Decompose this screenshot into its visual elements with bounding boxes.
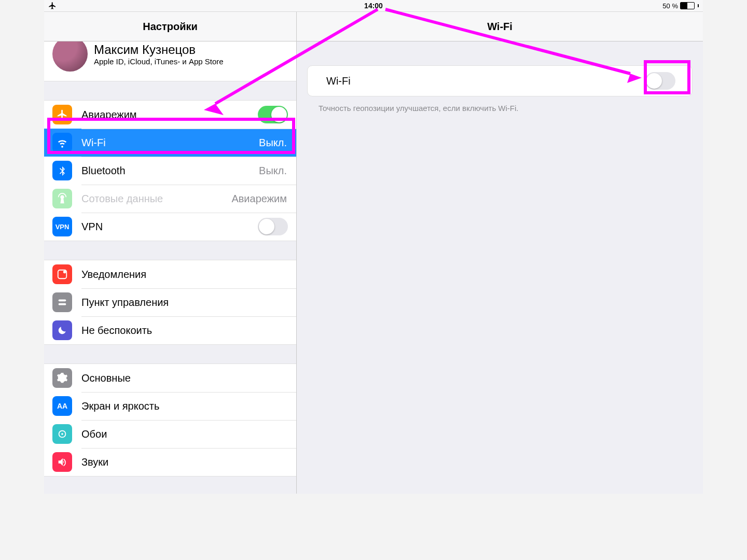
wifi-toggle-row[interactable]: Wi-Fi bbox=[307, 65, 693, 96]
sidebar-item-label: Уведомления bbox=[81, 269, 296, 281]
vpn-icon: VPN bbox=[52, 217, 72, 236]
sidebar-group-notifications: Уведомления Пункт управления Не беспокои… bbox=[44, 260, 296, 345]
svg-point-1 bbox=[63, 271, 66, 274]
sidebar-item-airplane[interactable]: Авиарежим bbox=[44, 101, 296, 129]
cellular-icon bbox=[52, 189, 72, 208]
control-center-icon bbox=[52, 292, 72, 312]
sidebar-item-wifi[interactable]: Wi-Fi Выкл. bbox=[44, 129, 296, 157]
svg-point-5 bbox=[61, 433, 63, 435]
sidebar-item-control-center[interactable]: Пункт управления bbox=[44, 288, 296, 316]
sidebar-item-display[interactable]: AA Экран и яркость bbox=[44, 392, 296, 420]
account-subtitle: Apple ID, iCloud, iTunes- и App Store bbox=[94, 57, 224, 66]
sidebar-item-label: Пункт управления bbox=[81, 297, 296, 309]
battery-text: 50 % bbox=[662, 2, 678, 10]
sidebar-titlebar: Настройки bbox=[44, 12, 296, 41]
airplane-icon bbox=[48, 2, 57, 10]
bluetooth-icon bbox=[52, 161, 72, 180]
sidebar-item-label: Экран и яркость bbox=[81, 400, 296, 412]
avatar bbox=[52, 41, 88, 72]
sidebar-item-label: Звуки bbox=[81, 456, 296, 468]
wallpaper-icon bbox=[52, 424, 72, 444]
sidebar-item-value: Выкл. bbox=[259, 165, 287, 177]
sidebar-item-label: VPN bbox=[81, 221, 258, 233]
battery-icon bbox=[680, 2, 695, 9]
sidebar-item-cellular[interactable]: Сотовые данные Авиарежим bbox=[44, 185, 296, 213]
sidebar-item-notifications[interactable]: Уведомления bbox=[44, 260, 296, 288]
sidebar-title: Настройки bbox=[143, 21, 198, 33]
sidebar-item-sounds[interactable]: Звуки bbox=[44, 448, 296, 476]
detail-titlebar: Wi-Fi bbox=[297, 12, 703, 41]
sidebar-item-bluetooth[interactable]: Bluetooth Выкл. bbox=[44, 157, 296, 185]
wifi-toggle-label: Wi-Fi bbox=[326, 75, 351, 87]
settings-sidebar: Настройки Максим Кузнецов Apple ID, iClo… bbox=[44, 12, 297, 494]
moon-icon bbox=[52, 320, 72, 340]
sidebar-item-vpn[interactable]: VPN VPN bbox=[44, 213, 296, 241]
sidebar-item-general[interactable]: Основные bbox=[44, 364, 296, 392]
sidebar-item-label: Wi-Fi bbox=[81, 137, 259, 149]
sidebar-item-label: Обои bbox=[81, 428, 296, 440]
text-size-icon: AA bbox=[52, 396, 72, 416]
wifi-icon bbox=[52, 133, 72, 152]
svg-rect-2 bbox=[59, 300, 66, 302]
vpn-toggle[interactable] bbox=[258, 218, 288, 235]
wifi-hint: Точность геопозиции улучшается, если вкл… bbox=[319, 104, 690, 113]
status-bar: 14:00 50 % bbox=[44, 0, 703, 12]
sidebar-group-general: Основные AA Экран и яркость Обои bbox=[44, 363, 296, 477]
wifi-toggle[interactable] bbox=[645, 72, 675, 90]
detail-title: Wi-Fi bbox=[487, 21, 513, 33]
sidebar-item-value: Авиарежим bbox=[231, 193, 287, 205]
sidebar-item-label: Основные bbox=[81, 372, 296, 384]
sidebar-item-value: Выкл. bbox=[259, 137, 287, 149]
account-name: Максим Кузнецов bbox=[94, 43, 224, 57]
status-time: 14:00 bbox=[44, 2, 703, 10]
sidebar-item-dnd[interactable]: Не беспокоить bbox=[44, 316, 296, 344]
sidebar-item-label: Сотовые данные bbox=[81, 193, 231, 205]
notifications-icon bbox=[52, 264, 72, 284]
sidebar-item-label: Не беспокоить bbox=[81, 325, 296, 337]
sidebar-item-label: Bluetooth bbox=[81, 165, 259, 177]
account-row[interactable]: Максим Кузнецов Apple ID, iCloud, iTunes… bbox=[44, 41, 296, 81]
svg-rect-3 bbox=[59, 303, 66, 305]
sidebar-group-network: Авиарежим Wi-Fi Выкл. Blu bbox=[44, 100, 296, 241]
sound-icon bbox=[52, 452, 72, 472]
wifi-detail-pane: Wi-Fi Wi-Fi Точность геопозиции улучшает… bbox=[297, 12, 703, 494]
airplane-toggle[interactable] bbox=[258, 106, 288, 123]
sidebar-item-label: Авиарежим bbox=[81, 109, 258, 121]
airplane-icon bbox=[52, 105, 72, 124]
gear-icon bbox=[52, 368, 72, 388]
sidebar-item-wallpaper[interactable]: Обои bbox=[44, 420, 296, 448]
